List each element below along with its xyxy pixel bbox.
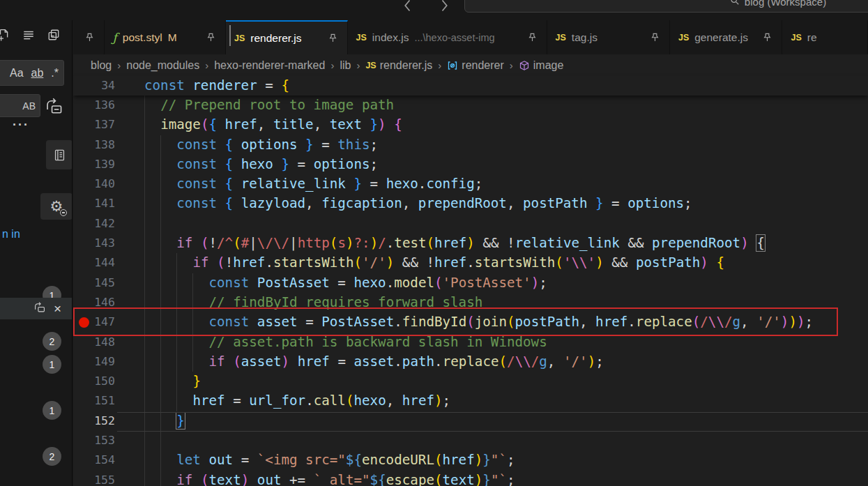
line-number[interactable]: 154 <box>73 450 115 470</box>
line-number[interactable]: 142 <box>73 214 115 234</box>
new-search-editor-icon[interactable] <box>0 27 11 43</box>
nav-forward-icon[interactable] <box>437 0 452 13</box>
breadcrumb-item-hexo-renderer-marked[interactable]: hexo-renderer-marked <box>214 59 325 72</box>
search-editor-icon[interactable] <box>46 140 73 169</box>
code-line-147[interactable]: 147const asset = PostAsset.findById(join… <box>73 312 868 332</box>
code-line-137[interactable]: 137image({ href, title, text }) { <box>73 115 868 135</box>
line-number[interactable]: 143 <box>73 234 115 253</box>
code-line-155[interactable]: 155if (text) out += ` alt="${escape(text… <box>73 471 868 486</box>
command-center[interactable]: blog (Workspace) <box>464 0 868 13</box>
whole-word-icon[interactable]: ab <box>31 66 45 80</box>
open-in-editor-link[interactable]: n in <box>2 228 20 241</box>
preserve-case-icon[interactable]: AB <box>22 100 36 112</box>
line-number[interactable]: 137 <box>73 115 115 135</box>
replace-input[interactable]: AB <box>0 94 40 117</box>
replace-all-icon[interactable] <box>45 97 63 115</box>
line-number[interactable]: 146 <box>73 293 115 312</box>
pin-icon[interactable] <box>762 32 773 43</box>
tab-pinned[interactable] <box>73 20 105 54</box>
code-line-138[interactable]: 138const { options } = this; <box>73 135 868 155</box>
code-line-145[interactable]: 145const PostAsset = hexo.model('PostAss… <box>73 273 868 293</box>
git-modified-badge: M <box>168 31 177 44</box>
breadcrumb-label: renderer <box>462 59 503 72</box>
breadcrumb-item-lib[interactable]: lib <box>340 59 351 72</box>
code-text: const PostAsset = hexo.model('PostAsset'… <box>144 273 547 293</box>
line-number[interactable]: 153 <box>73 431 115 450</box>
line-number[interactable]: 136 <box>73 96 115 115</box>
code-line-150[interactable]: 150} <box>73 372 868 391</box>
dismiss-icon[interactable]: × <box>54 302 61 315</box>
code-line-141[interactable]: 141const { lazyload, figcaption, prepend… <box>73 194 868 213</box>
line-number[interactable]: 152 <box>73 411 115 431</box>
tab-tag.js[interactable]: JStag.js <box>547 20 670 54</box>
tab-post.styl[interactable]: ƒpost.stylM <box>105 20 227 54</box>
breadcrumb-separator: › <box>356 59 360 71</box>
code-line-149[interactable]: 149if (asset) href = asset.path.replace(… <box>73 352 868 372</box>
code-line-148[interactable]: 148// asset.path is backward slash in Wi… <box>73 333 868 352</box>
breadcrumb-item-image[interactable]: image <box>519 59 564 72</box>
line-number[interactable]: 144 <box>73 253 115 273</box>
code-line-152[interactable]: 152} <box>73 411 868 431</box>
search-settings-gear-icon[interactable]: ⚙ <box>40 193 73 220</box>
code-line-140[interactable]: 140const { relative_link } = hexo.config… <box>73 174 868 194</box>
breadcrumb-label: node_modules <box>126 59 199 72</box>
search-result-row-hovered[interactable]: × <box>0 298 73 319</box>
tab-drop-indicator <box>229 25 231 46</box>
list-icon[interactable] <box>21 27 36 43</box>
nav-back-icon[interactable] <box>401 0 416 13</box>
code-text: if (text) out += ` alt="${escape(text)}"… <box>144 471 515 486</box>
pin-icon[interactable] <box>206 32 217 43</box>
code-line-136[interactable]: 136// Prepend root to image path <box>73 96 868 115</box>
line-number[interactable]: 141 <box>73 194 115 213</box>
line-number[interactable]: 147 <box>73 312 115 332</box>
code-line-139[interactable]: 139const { hexo } = options; <box>73 155 868 174</box>
stylus-file-icon: ƒ <box>113 31 117 45</box>
line-number[interactable]: 145 <box>73 273 115 293</box>
breadcrumb-item-renderer.js[interactable]: JSrenderer.js <box>365 59 432 72</box>
sticky-scroll-line[interactable]: 34const renderer = { <box>73 76 868 96</box>
tab-generate.js[interactable]: JSgenerate.js <box>670 20 783 54</box>
replace-match-icon[interactable] <box>33 301 45 316</box>
toggle-search-details-icon[interactable]: ··· <box>13 118 29 132</box>
breadcrumb-item-node_modules[interactable]: node_modules <box>126 59 199 72</box>
search-input[interactable]: Aa ab .* <box>0 60 64 86</box>
indent-guide <box>160 431 161 450</box>
breadcrumb-item-renderer[interactable]: renderer <box>447 59 503 72</box>
code-line-151[interactable]: 151href = url_for.call(hexo, href); <box>73 391 868 411</box>
breadcrumb-separator: › <box>510 59 513 71</box>
code-line-153[interactable]: 153 <box>73 431 868 450</box>
breadcrumb-item-blog[interactable]: blog <box>91 59 112 72</box>
code-viewport[interactable]: 136// Prepend root to image path137image… <box>73 96 868 486</box>
line-number[interactable]: 151 <box>73 391 115 411</box>
pin-icon[interactable] <box>328 33 339 44</box>
regex-icon[interactable]: .* <box>50 66 59 80</box>
js-file-icon: JS <box>556 33 566 43</box>
code-line-34[interactable]: 34const renderer = { <box>73 76 868 96</box>
code-line-154[interactable]: 154let out = `<img src="${encodeURL(href… <box>73 450 868 470</box>
sidebar-actions <box>0 27 61 43</box>
line-number[interactable]: 138 <box>73 135 115 155</box>
tab-index.js[interactable]: JSindex.js...\hexo-asset-img <box>348 20 547 54</box>
tab-re[interactable]: JSre <box>782 20 868 54</box>
line-number[interactable]: 150 <box>73 372 115 391</box>
code-line-146[interactable]: 146// findById requires forward slash <box>73 293 868 312</box>
code-line-143[interactable]: 143if (!/^(#|\/\/|http(s)?:)/.test(href)… <box>73 234 868 253</box>
breadcrumb-separator: › <box>330 59 334 71</box>
line-number[interactable]: 155 <box>73 471 115 486</box>
line-number[interactable]: 149 <box>73 352 115 372</box>
match-case-icon[interactable]: Aa <box>9 66 24 80</box>
line-number[interactable]: 140 <box>73 174 115 194</box>
line-number[interactable]: 34 <box>73 76 115 96</box>
line-number[interactable]: 139 <box>73 155 115 174</box>
line-number[interactable]: 148 <box>73 333 115 352</box>
code-line-142[interactable]: 142 <box>73 214 868 234</box>
pin-icon[interactable] <box>650 32 661 43</box>
pin-icon[interactable] <box>84 32 96 43</box>
js-file-icon: JS <box>678 33 689 43</box>
collapse-all-icon[interactable] <box>46 27 61 43</box>
js-file-icon: JS <box>791 33 801 43</box>
pin-icon[interactable] <box>527 32 538 43</box>
code-text: // Prepend root to image path <box>144 96 394 115</box>
tab-renderer.js[interactable]: JSrenderer.js <box>226 20 348 55</box>
code-line-144[interactable]: 144if (!href.startsWith('/') && !href.st… <box>73 253 868 273</box>
